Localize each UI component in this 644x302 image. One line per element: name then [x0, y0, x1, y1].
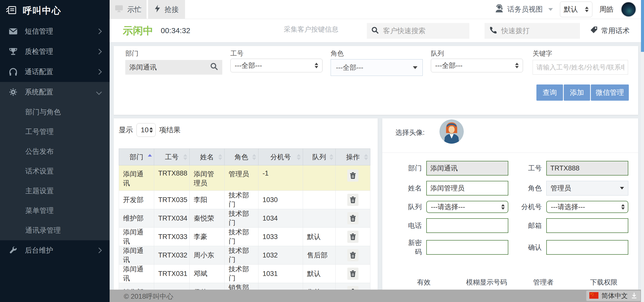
customer-search-input[interactable] [383, 27, 465, 35]
page-size-select[interactable]: 10 [136, 123, 156, 137]
col-header-workno[interactable]: 工号 [154, 149, 190, 165]
state-timer: 00:34:32 [161, 26, 190, 35]
delete-button[interactable] [347, 231, 358, 243]
wechat-manage-button[interactable]: 微信管理 [591, 84, 629, 101]
grab-call-button[interactable]: 抢接 [148, 0, 185, 19]
select-spinner-icon [585, 7, 589, 12]
copyright-text: © 2018呼叫中心 [124, 292, 173, 301]
headphones-icon [8, 68, 18, 76]
search-button[interactable]: 查询 [536, 84, 563, 101]
sidebar-item-sms[interactable]: 短信管理 [0, 21, 110, 41]
sort-icon [148, 154, 152, 160]
keypress-capture-input[interactable] [284, 26, 360, 33]
collapse-sidebar-icon[interactable] [6, 5, 17, 17]
form-confirm-input[interactable] [546, 240, 628, 255]
checkbox-label-masknum[interactable]: 模糊显示号码 [466, 278, 507, 287]
set-busy-button[interactable]: 示忙 [110, 0, 147, 19]
delete-button[interactable] [347, 169, 358, 182]
form-newpw-input[interactable] [426, 240, 508, 255]
delete-button[interactable] [347, 268, 358, 280]
col-header-actions[interactable]: 操作 [336, 149, 370, 165]
avatar-picker[interactable] [439, 119, 464, 144]
footer: © 2018呼叫中心 简体中文 [110, 290, 644, 302]
form-ext-select[interactable]: ---请选择--- [546, 201, 628, 213]
cell-name: 添闰管理员 [190, 165, 225, 191]
operator-view-dropdown[interactable]: 话务员视图 [495, 4, 553, 15]
grab-call-label: 抢接 [165, 5, 179, 14]
checkbox-label-download[interactable]: 下载权限 [590, 278, 617, 287]
status-bar: 示闲中 00:34:32 常用话术 [110, 19, 644, 42]
filter-workno-select[interactable]: ---全部--- [230, 59, 323, 72]
col-header-dept[interactable]: 部门 [119, 149, 154, 165]
cell-ext: -1 [258, 165, 303, 191]
language-selector[interactable]: 简体中文 [586, 291, 640, 301]
col-header-queue[interactable]: 队列 [303, 149, 336, 165]
sidebar-item-quality[interactable]: 质检管理 [0, 41, 110, 62]
col-header-role[interactable]: 角色 [225, 149, 258, 165]
user-avatar[interactable] [621, 2, 636, 17]
common-scripts-button[interactable]: 常用话术 [590, 19, 630, 42]
scrollbar-thumb[interactable] [641, 0, 644, 52]
col-header-name[interactable]: 姓名 [190, 149, 225, 165]
col-header-ext[interactable]: 分机号 [258, 149, 303, 165]
table-row[interactable]: 添闰通讯 TRTX031 邓斌 技术部门 1031 默认 [119, 265, 370, 283]
form-dept-label: 部门 [404, 164, 426, 173]
form-email-label: 邮箱 [508, 221, 546, 230]
delete-button[interactable] [347, 249, 358, 261]
cell-name: 秦悦荣 [190, 209, 225, 228]
table-row[interactable]: 添闰通讯 TRTX032 周小东 技术部门 1032 售后部 [119, 246, 370, 265]
filter-dept-input[interactable]: 添闰通讯 [125, 60, 222, 75]
theme-select[interactable]: 默认 [560, 2, 592, 17]
table-row[interactable]: 添闰通讯 TRTX033 李豪 技术部门 1033 默认 [119, 228, 370, 246]
caret-down-icon [413, 66, 417, 69]
form-phone-input[interactable] [426, 218, 508, 233]
download-icon[interactable] [631, 292, 637, 300]
filter-queue-select[interactable]: ---全部--- [431, 59, 523, 72]
search-icon[interactable] [210, 62, 218, 72]
agent-state-label: 示闲中 [123, 24, 153, 38]
add-button[interactable]: 添加 [564, 84, 590, 101]
delete-button[interactable] [347, 194, 358, 206]
submenu-script-settings[interactable]: 话术设置 [0, 161, 110, 181]
submenu-theme-settings[interactable]: 主题设置 [0, 181, 110, 201]
cell-name: 周小东 [190, 246, 225, 265]
cell-workno: TRTX033 [154, 228, 190, 246]
submenu-dept-role[interactable]: 部门与角色 [0, 102, 110, 122]
chevron-right-icon [96, 49, 102, 55]
filter-dept-label: 部门 [125, 49, 138, 58]
form-queue-select[interactable]: ---请选择--- [426, 201, 508, 213]
submenu-contacts-manage[interactable]: 通讯录管理 [0, 221, 110, 240]
sidebar-item-backend[interactable]: 后台维护 [0, 240, 110, 261]
cell-dept: 添闰通讯 [119, 165, 154, 191]
quick-dial-input[interactable] [501, 27, 575, 35]
filter-keyword-input[interactable] [533, 60, 628, 75]
cell-role: 技术部门 [225, 265, 258, 283]
form-name-input[interactable] [426, 181, 508, 196]
filter-role-select[interactable]: ---全部--- [331, 59, 423, 76]
submenu-menu-manage[interactable]: 菜单管理 [0, 201, 110, 221]
sidebar-item-system-config[interactable]: 系统配置 [0, 82, 110, 102]
table-row[interactable]: 添闰通讯 TRTX888 添闰管理员 管理员 -1 [119, 165, 370, 191]
delete-button[interactable] [347, 212, 358, 224]
lightning-icon [154, 5, 160, 14]
operator-view-label: 话务员视图 [507, 5, 543, 14]
envelope-icon [8, 28, 18, 35]
table-row[interactable]: 维护部 TRTX034 秦悦荣 技术部门 1034 [119, 209, 370, 228]
form-newpw-label: 新密码 [404, 238, 426, 256]
checkbox-label-active[interactable]: 有效 [417, 278, 431, 287]
checkbox-label-manager[interactable]: 管理者 [533, 278, 554, 287]
customer-search-box[interactable] [367, 23, 469, 39]
form-email-input[interactable] [546, 218, 628, 233]
form-role-select[interactable]: 管理员 [546, 181, 628, 196]
sidebar-item-label: 系统配置 [25, 87, 97, 97]
submenu-announcement[interactable]: 公告发布 [0, 142, 110, 161]
quick-dial-box[interactable] [485, 23, 580, 39]
sidebar-item-call-config[interactable]: 通话配置 [0, 62, 110, 82]
submenu-workno-manage[interactable]: 工号管理 [0, 122, 110, 142]
table-row[interactable]: 开发部 TRTX035 李阳 技术部门 1030 [119, 191, 370, 209]
caret-down-icon [620, 187, 624, 189]
cell-workno: TRTX035 [154, 191, 190, 209]
page-scrollbar[interactable] [641, 0, 644, 302]
sidebar-item-label: 质检管理 [25, 47, 97, 56]
sidebar-group-system-config: 系统配置 部门与角色 工号管理 公告发布 话术设置 主题设置 菜单管理 通讯录管… [0, 82, 110, 240]
